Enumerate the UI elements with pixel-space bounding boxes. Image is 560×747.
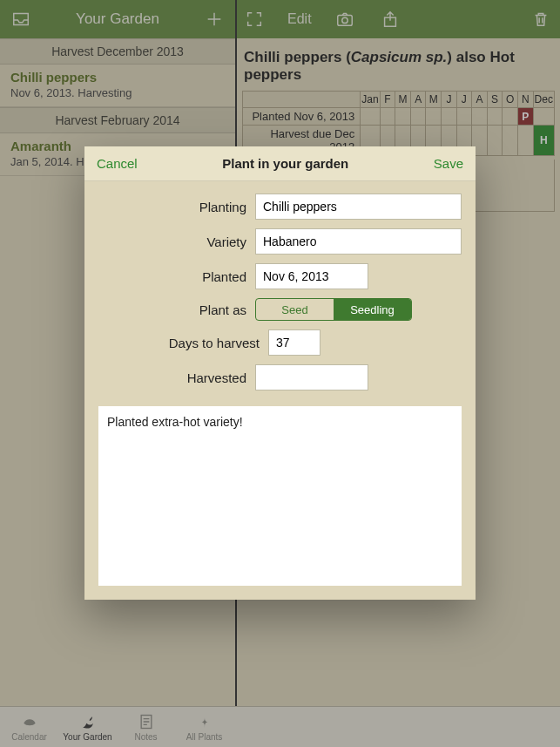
plant-as-label: Plant as: [98, 302, 255, 317]
planted-field[interactable]: [255, 263, 368, 289]
modal-title: Plant in your garden: [222, 156, 348, 171]
seed-option[interactable]: Seed: [256, 299, 334, 320]
variety-label: Variety: [98, 234, 255, 249]
plant-as-segment: Seed Seedling: [255, 298, 412, 321]
seedling-option[interactable]: Seedling: [334, 299, 411, 320]
days-to-harvest-label: Days to harvest: [98, 336, 268, 350]
planting-label: Planting: [98, 200, 255, 214]
variety-field[interactable]: [255, 228, 462, 255]
save-button[interactable]: Save: [434, 156, 463, 171]
planting-field[interactable]: [255, 194, 462, 220]
notes-textarea[interactable]: Planted extra-hot variety!: [98, 406, 462, 586]
harvested-field[interactable]: [255, 364, 368, 390]
planted-label: Planted: [98, 269, 255, 284]
harvested-label: Harvested: [98, 370, 255, 385]
cancel-button[interactable]: Cancel: [97, 156, 138, 171]
days-to-harvest-field[interactable]: [268, 329, 320, 356]
plant-modal: Cancel Plant in your garden Save Plantin…: [84, 146, 476, 600]
